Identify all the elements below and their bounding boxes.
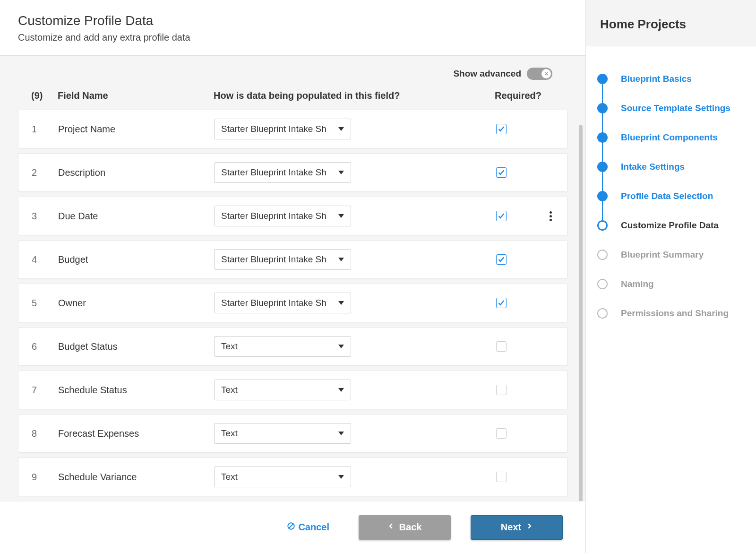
svg-marker-3 (338, 258, 344, 261)
caret-down-icon (338, 301, 344, 305)
step-dot-icon (597, 220, 608, 231)
required-checkbox[interactable] (496, 428, 507, 439)
row-number: 7 (32, 385, 58, 396)
step-item: Blueprint Summary (597, 240, 745, 269)
table-row: 3 Due Date Starter Blueprint Intake Sh (18, 197, 567, 235)
caret-down-icon (338, 127, 344, 131)
required-checkbox[interactable] (496, 124, 507, 134)
step-item[interactable]: Blueprint Basics (597, 64, 745, 94)
svg-marker-2 (338, 214, 344, 218)
caret-down-icon (338, 171, 344, 174)
select-value: Starter Blueprint Intake Sh (221, 211, 335, 221)
select-value: Starter Blueprint Intake Sh (221, 254, 335, 265)
step-label: Naming (621, 279, 654, 289)
required-checkbox[interactable] (496, 472, 507, 482)
svg-marker-4 (338, 301, 344, 305)
sidebar: Home Projects Blueprint Basics Source Te… (585, 0, 756, 553)
required-checkbox[interactable] (496, 385, 507, 395)
row-number: 1 (32, 124, 58, 135)
step-item[interactable]: Profile Data Selection (597, 181, 745, 211)
page-title: Customize Profile Data (18, 13, 567, 28)
population-select[interactable]: Text (214, 423, 351, 444)
select-value: Starter Blueprint Intake Sh (221, 124, 335, 134)
step-item[interactable]: Blueprint Components (597, 123, 745, 152)
required-checkbox[interactable] (496, 254, 507, 265)
step-item: Naming (597, 269, 745, 299)
row-number: 9 (32, 472, 58, 483)
required-checkbox[interactable] (496, 341, 507, 352)
th-required: Required? (473, 90, 567, 101)
population-select[interactable]: Starter Blueprint Intake Sh (214, 293, 351, 313)
next-button[interactable]: Next (471, 515, 563, 540)
content-area: Show advanced ✕ (9) Field Name How is da… (0, 56, 585, 501)
table-row: 8 Forecast Expenses Text (18, 414, 567, 453)
table-header: (9) Field Name How is data being populat… (18, 88, 567, 110)
step-dot-icon (597, 74, 608, 84)
caret-down-icon (338, 475, 344, 479)
steps-list: Blueprint Basics Source Template Setting… (586, 46, 756, 553)
field-name: Schedule Variance (58, 472, 214, 483)
scrollbar-thumb[interactable] (579, 125, 583, 501)
required-checkbox[interactable] (496, 211, 507, 221)
step-label: Source Template Settings (621, 103, 730, 113)
chevron-left-icon (388, 522, 395, 533)
step-label: Customize Profile Data (621, 220, 719, 231)
svg-marker-6 (338, 388, 344, 392)
required-checkbox[interactable] (496, 298, 507, 308)
population-select[interactable]: Starter Blueprint Intake Sh (214, 162, 351, 183)
table-row: 9 Schedule Variance Text (18, 458, 567, 496)
population-select[interactable]: Starter Blueprint Intake Sh (214, 206, 351, 226)
select-value: Text (221, 472, 335, 482)
step-dot-icon (597, 250, 608, 260)
caret-down-icon (338, 388, 344, 392)
row-count: (9) (31, 90, 58, 101)
population-select[interactable]: Text (214, 336, 351, 357)
select-value: Text (221, 341, 335, 352)
table-row: 2 Description Starter Blueprint Intake S… (18, 153, 567, 192)
caret-down-icon (338, 345, 344, 348)
row-number: 8 (32, 428, 58, 439)
step-label: Blueprint Summary (621, 250, 704, 260)
th-field-name: Field Name (58, 90, 214, 101)
svg-line-10 (289, 524, 293, 528)
chevron-right-icon (526, 522, 533, 533)
required-checkbox[interactable] (496, 167, 507, 178)
row-number: 5 (32, 298, 58, 309)
table-row: 1 Project Name Starter Blueprint Intake … (18, 110, 567, 148)
row-number: 2 (32, 167, 58, 178)
step-label: Permissions and Sharing (621, 308, 729, 319)
step-dot-icon (597, 191, 608, 201)
row-menu-button[interactable] (547, 207, 555, 225)
step-dot-icon (597, 308, 608, 319)
svg-marker-8 (338, 475, 344, 479)
table-row: 7 Schedule Status Text (18, 371, 567, 409)
step-item[interactable]: Intake Settings (597, 152, 745, 181)
step-item[interactable]: Customize Profile Data (597, 211, 745, 240)
show-advanced-toggle[interactable]: ✕ (527, 68, 552, 80)
table-row: 6 Budget Status Text (18, 327, 567, 366)
step-item[interactable]: Source Template Settings (597, 94, 745, 123)
field-name: Due Date (58, 211, 214, 222)
field-name: Description (58, 167, 214, 178)
select-value: Starter Blueprint Intake Sh (221, 298, 335, 308)
field-name: Schedule Status (58, 385, 214, 396)
step-label: Blueprint Basics (621, 74, 692, 84)
scrollbar[interactable] (579, 125, 583, 501)
step-dot-icon (597, 162, 608, 172)
back-button[interactable]: Back (359, 515, 451, 540)
population-select[interactable]: Starter Blueprint Intake Sh (214, 119, 351, 139)
th-populated: How is data being populated in this fiel… (214, 90, 473, 101)
footer-bar: Cancel Back Next (0, 501, 585, 553)
select-value: Text (221, 428, 335, 439)
select-value: Text (221, 385, 335, 395)
next-label: Next (501, 522, 521, 533)
svg-marker-7 (338, 432, 344, 435)
select-value: Starter Blueprint Intake Sh (221, 167, 335, 178)
population-select[interactable]: Text (214, 380, 351, 400)
caret-down-icon (338, 432, 344, 435)
population-select[interactable]: Text (214, 467, 351, 487)
step-label: Intake Settings (621, 162, 685, 172)
row-number: 4 (32, 254, 58, 265)
population-select[interactable]: Starter Blueprint Intake Sh (214, 249, 351, 270)
cancel-button[interactable]: Cancel (277, 515, 339, 540)
